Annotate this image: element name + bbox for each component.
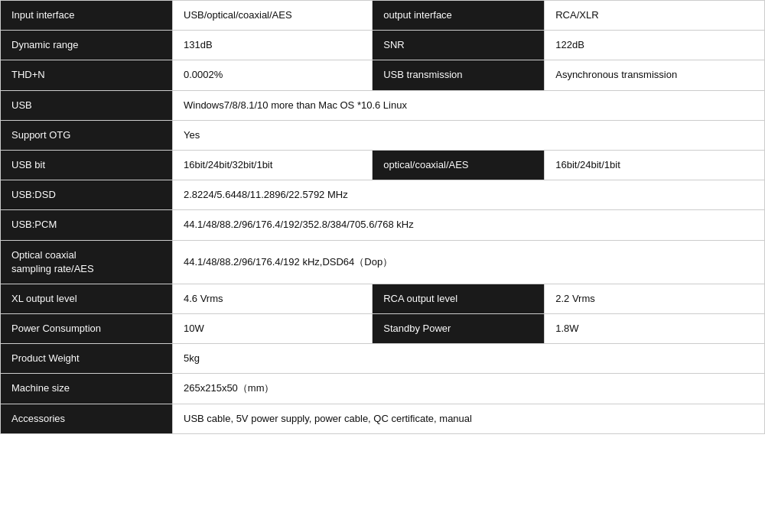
row-value: 44.1/48/88.2/96/176.4/192 kHz,DSD64（Dop）: [173, 240, 765, 284]
table-row: THD+N0.0002%USB transmissionAsynchronous…: [1, 60, 765, 90]
row-value-left: 10W: [173, 314, 373, 344]
row-value: 44.1/48/88.2/96/176.4/192/352.8/384/705.…: [173, 210, 765, 240]
row-value-right: RCA/XLR: [545, 1, 765, 31]
row-label-left: Power Consumption: [1, 314, 173, 344]
row-label-left: Input interface: [1, 1, 173, 31]
row-value-left: 4.6 Vrms: [173, 284, 373, 313]
row-label-left: USB bit: [1, 150, 173, 180]
row-label-left: Dynamic range: [1, 31, 173, 60]
table-row: USB bit16bit/24bit/32bit/1bitoptical/coa…: [1, 150, 765, 180]
row-value: Yes: [173, 120, 765, 150]
row-value-right: 2.2 Vrms: [545, 284, 765, 313]
row-label-right: Standby Power: [373, 314, 545, 344]
row-label-right: optical/coaxial/AES: [373, 150, 545, 180]
table-row: Dynamic range131dBSNR122dB: [1, 31, 765, 60]
table-row: Power Consumption10WStandby Power1.8W: [1, 314, 765, 344]
row-label-right: RCA output level: [373, 284, 545, 313]
table-row: Input interfaceUSB/optical/coaxial/AESou…: [1, 1, 765, 31]
row-value-left: 16bit/24bit/32bit/1bit: [173, 150, 373, 180]
row-label: Support OTG: [1, 120, 173, 150]
row-label-right: SNR: [373, 31, 545, 60]
table-row: USB:PCM44.1/48/88.2/96/176.4/192/352.8/3…: [1, 210, 765, 240]
row-value: 5kg: [173, 344, 765, 374]
table-row: Product Weight5kg: [1, 344, 765, 374]
row-label-left: XL output level: [1, 284, 173, 313]
table-row: XL output level4.6 VrmsRCA output level2…: [1, 284, 765, 313]
row-label-right: output interface: [373, 1, 545, 31]
table-row: Machine size265x215x50（mm）: [1, 374, 765, 404]
row-value-left: 0.0002%: [173, 60, 373, 90]
row-label-left: THD+N: [1, 60, 173, 90]
table-row: USB:DSD2.8224/5.6448/11.2896/22.5792 MHz: [1, 180, 765, 210]
row-value: Windows7/8/8.1/10 more than Mac OS *10.6…: [173, 90, 765, 120]
row-value-left: USB/optical/coaxial/AES: [173, 1, 373, 31]
row-value-right: Asynchronous transmission: [545, 60, 765, 90]
spec-table: Input interfaceUSB/optical/coaxial/AESou…: [0, 0, 765, 434]
row-label: Machine size: [1, 374, 173, 404]
row-value: 2.8224/5.6448/11.2896/22.5792 MHz: [173, 180, 765, 210]
table-row: AccessoriesUSB cable, 5V power supply, p…: [1, 404, 765, 433]
table-row: USBWindows7/8/8.1/10 more than Mac OS *1…: [1, 90, 765, 120]
table-row: Optical coaxial sampling rate/AES44.1/48…: [1, 240, 765, 284]
row-label: Product Weight: [1, 344, 173, 374]
row-value-right: 122dB: [545, 31, 765, 60]
row-label: Optical coaxial sampling rate/AES: [1, 240, 173, 284]
row-value-left: 131dB: [173, 31, 373, 60]
row-value-right: 16bit/24bit/1bit: [545, 150, 765, 180]
row-label-right: USB transmission: [373, 60, 545, 90]
table-row: Support OTGYes: [1, 120, 765, 150]
row-label: USB:DSD: [1, 180, 173, 210]
row-label: USB:PCM: [1, 210, 173, 240]
row-value-right: 1.8W: [545, 314, 765, 344]
row-value: USB cable, 5V power supply, power cable,…: [173, 404, 765, 433]
row-label: Accessories: [1, 404, 173, 433]
row-value: 265x215x50（mm）: [173, 374, 765, 404]
row-label: USB: [1, 90, 173, 120]
